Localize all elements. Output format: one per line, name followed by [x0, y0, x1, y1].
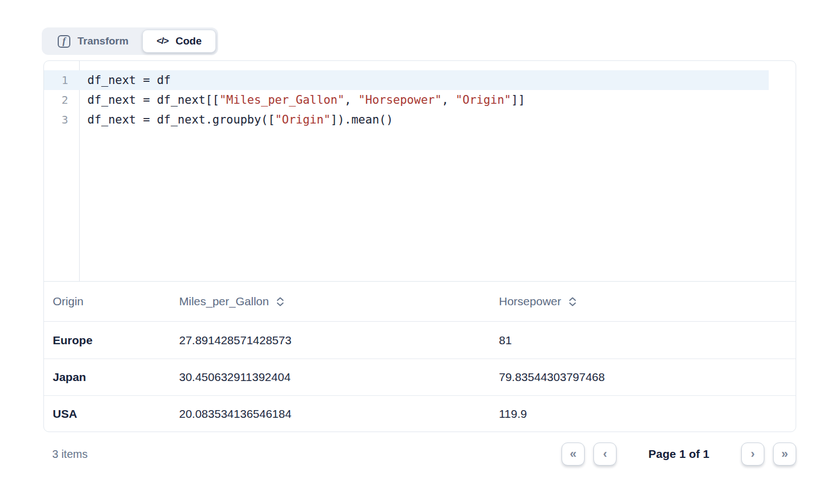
- cell-origin: USA: [44, 407, 170, 421]
- double-chevron-left-icon: «: [570, 447, 576, 461]
- sort-icon: [569, 297, 576, 306]
- tab-code-label: Code: [176, 35, 202, 47]
- first-page-button[interactable]: «: [562, 443, 585, 466]
- line-number: 3: [44, 110, 79, 130]
- sort-icon: [276, 297, 284, 306]
- code-icon: </>: [157, 36, 169, 47]
- previous-page-button[interactable]: ‹: [593, 443, 617, 466]
- page-indicator: Page 1 of 1: [648, 447, 709, 461]
- cell-miles-per-gallon: 30.450632911392404: [170, 371, 490, 384]
- chevron-right-icon: ›: [751, 447, 754, 461]
- line-number: 1: [44, 70, 79, 90]
- main-panel: 1 df_next = df 2 df_next = df_next[["Mil…: [43, 60, 796, 432]
- function-icon: f: [58, 35, 70, 48]
- cell-horsepower: 119.9: [490, 407, 796, 421]
- code-text: df_next = df_next[["Miles_per_Gallon", "…: [79, 90, 525, 110]
- cell-horsepower: 79.83544303797468: [490, 371, 796, 384]
- cell-horsepower: 81: [490, 334, 796, 347]
- view-tabbar: f Transform </> Code: [42, 27, 218, 55]
- table-header-row: Origin Miles_per_Gallon Horsepower: [44, 282, 796, 322]
- cell-miles-per-gallon: 20.083534136546184: [170, 407, 490, 421]
- code-line: 3 df_next = df_next.groupby(["Origin"]).…: [44, 110, 796, 130]
- code-line: 2 df_next = df_next[["Miles_per_Gallon",…: [44, 90, 796, 110]
- chevron-left-icon: ‹: [603, 447, 607, 461]
- column-header-horsepower[interactable]: Horsepower: [490, 295, 796, 308]
- cell-origin: Europe: [44, 334, 170, 347]
- table-footer: 3 items « ‹ Page 1 of 1 › »: [43, 432, 796, 476]
- double-chevron-right-icon: »: [781, 447, 788, 461]
- table-row: Japan 30.450632911392404 79.835443037974…: [44, 359, 796, 395]
- line-number: 2: [44, 90, 79, 110]
- items-count: 3 items: [43, 448, 87, 461]
- tab-code[interactable]: </> Code: [142, 30, 216, 53]
- cell-miles-per-gallon: 27.891428571428573: [170, 334, 490, 347]
- last-page-button[interactable]: »: [773, 443, 796, 466]
- cell-origin: Japan: [44, 371, 170, 384]
- code-line: 1 df_next = df: [44, 70, 796, 90]
- column-header-origin: Origin: [44, 295, 170, 308]
- code-text: df_next = df: [79, 70, 171, 90]
- tab-transform[interactable]: f Transform: [44, 30, 142, 53]
- table-row: USA 20.083534136546184 119.9: [44, 395, 796, 432]
- code-text: df_next = df_next.groupby(["Origin"]).me…: [79, 110, 393, 130]
- table-row: Europe 27.891428571428573 81: [44, 322, 796, 359]
- code-editor[interactable]: 1 df_next = df 2 df_next = df_next[["Mil…: [44, 61, 796, 282]
- pagination: « ‹ Page 1 of 1 › »: [562, 443, 796, 466]
- next-page-button[interactable]: ›: [741, 443, 764, 466]
- tab-transform-label: Transform: [77, 35, 129, 47]
- column-header-miles-per-gallon[interactable]: Miles_per_Gallon: [170, 295, 490, 308]
